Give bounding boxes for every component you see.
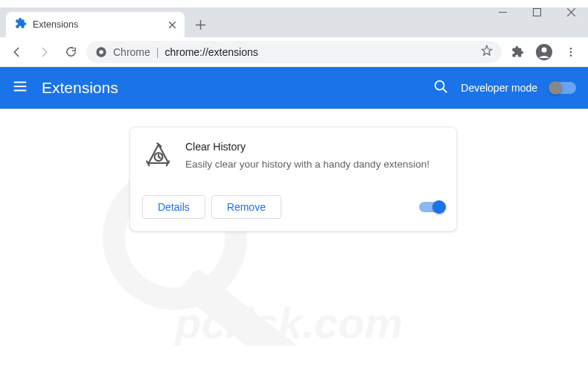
star-icon: [481, 45, 493, 57]
svg-point-3: [99, 50, 103, 54]
extension-description: Easily clear your history with a handy d…: [185, 157, 429, 172]
profile-button[interactable]: [533, 41, 555, 63]
forward-button[interactable]: [33, 41, 55, 63]
menu-button[interactable]: [560, 41, 582, 63]
recycle-clock-icon: [144, 141, 173, 171]
extensions-button[interactable]: [506, 41, 528, 63]
svg-point-7: [570, 51, 572, 53]
svg-point-8: [570, 54, 572, 57]
extension-card: Clear History Easily clear your history …: [130, 127, 457, 232]
minimize-icon: [499, 12, 507, 13]
avatar-icon: [535, 43, 553, 61]
main-menu-button[interactable]: [12, 78, 28, 98]
close-window-button[interactable]: [554, 0, 588, 24]
tab-close-button[interactable]: [169, 18, 176, 31]
reload-button[interactable]: [60, 41, 82, 63]
svg-point-5: [542, 47, 547, 52]
omnibox-scheme-label: Chrome: [113, 46, 150, 58]
developer-mode-toggle[interactable]: [549, 82, 576, 94]
puzzle-icon: [511, 45, 524, 58]
window-controls: [485, 0, 588, 24]
browser-tab[interactable]: Extensions: [6, 12, 185, 37]
reload-icon: [65, 45, 77, 58]
svg-point-6: [570, 48, 572, 50]
svg-point-9: [435, 81, 444, 90]
maximize-icon: [533, 8, 541, 16]
svg-rect-1: [533, 8, 540, 16]
omnibox-url: chrome://extensions: [164, 46, 258, 58]
search-icon: [432, 78, 449, 95]
dots-vertical-icon: [565, 46, 577, 58]
developer-mode-label: Developer mode: [461, 82, 537, 94]
close-icon: [169, 22, 176, 28]
new-tab-button[interactable]: [189, 13, 211, 36]
chrome-product-icon: [95, 46, 107, 58]
details-button[interactable]: Details: [142, 195, 205, 219]
address-bar[interactable]: Chrome | chrome://extensions: [86, 41, 502, 63]
extensions-header: Extensions Developer mode: [0, 67, 588, 109]
extension-enable-toggle[interactable]: [419, 202, 444, 212]
plus-icon: [196, 20, 205, 30]
extension-name: Clear History: [185, 141, 429, 153]
extension-icon: [144, 141, 173, 171]
svg-rect-11: [178, 267, 326, 346]
arrow-right-icon: [37, 45, 51, 59]
bookmark-button[interactable]: [481, 45, 493, 60]
arrow-left-icon: [10, 45, 24, 59]
page-title: Extensions: [42, 79, 118, 97]
back-button[interactable]: [6, 41, 28, 63]
hamburger-icon: [12, 78, 28, 95]
browser-toolbar: Chrome | chrome://extensions: [0, 37, 588, 67]
minimize-button[interactable]: [485, 0, 520, 24]
close-icon: [567, 8, 575, 16]
remove-button[interactable]: Remove: [211, 195, 281, 219]
maximize-button[interactable]: [520, 0, 554, 24]
puzzle-icon: [15, 17, 27, 32]
svg-rect-0: [499, 12, 507, 13]
omnibox-separator: |: [156, 46, 159, 58]
extensions-content: pcrisk.com Clear History Easily clear yo…: [0, 109, 588, 388]
tab-title: Extensions: [33, 19, 163, 30]
search-extensions-button[interactable]: [432, 78, 449, 98]
svg-text:pcrisk.com: pcrisk.com: [173, 299, 403, 346]
